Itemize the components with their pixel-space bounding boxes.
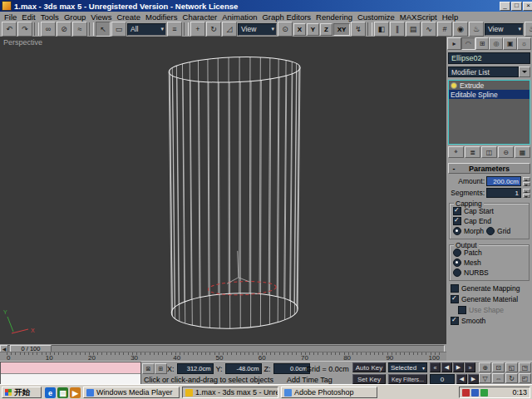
- quicklaunch-media-icon[interactable]: ▶: [70, 387, 81, 398]
- viewport-label[interactable]: Perspective: [3, 38, 42, 47]
- start-button[interactable]: 开始: [2, 387, 42, 398]
- menu-customize[interactable]: Customize: [355, 12, 397, 22]
- generate-material-checkbox[interactable]: [451, 295, 459, 303]
- render-type-dropdown[interactable]: View▾: [485, 23, 524, 36]
- select-and-manipulate-icon[interactable]: ↯: [351, 22, 366, 37]
- patch-radio[interactable]: [453, 249, 461, 257]
- select-and-link-icon[interactable]: ∞: [41, 22, 56, 37]
- selection-region-icon[interactable]: ▭: [111, 22, 126, 37]
- zoom-extents-icon[interactable]: ◱: [505, 362, 518, 372]
- quicklaunch-ie-icon[interactable]: e: [45, 387, 56, 398]
- tab-motion[interactable]: ◎: [489, 37, 503, 50]
- y-coordinate-field[interactable]: -48.0cm: [225, 363, 262, 374]
- curve-editor-icon[interactable]: ∿: [421, 22, 436, 37]
- zoom-icon[interactable]: ⊕: [479, 362, 491, 372]
- modifier-stack[interactable]: ExtrudeEditable Spline: [448, 80, 530, 145]
- selection-filter-dropdown[interactable]: All▾: [127, 23, 166, 36]
- tray-icon-red[interactable]: [462, 389, 470, 397]
- arc-rotate-icon[interactable]: ↻: [505, 373, 518, 383]
- smooth-checkbox[interactable]: [451, 317, 459, 325]
- close-button[interactable]: ×: [523, 2, 532, 11]
- reference-coordinate-dropdown[interactable]: View▾: [238, 23, 277, 36]
- play-icon[interactable]: ▶: [453, 362, 464, 372]
- tray-icon-green[interactable]: [480, 389, 488, 397]
- segments-field[interactable]: 1: [486, 188, 521, 198]
- tab-hierarchy[interactable]: ⊞: [475, 37, 490, 50]
- lock-selection-icon[interactable]: ⊠: [142, 363, 155, 374]
- cap-end-checkbox[interactable]: [453, 217, 461, 225]
- remove-modifier-icon[interactable]: ⊖: [498, 146, 514, 158]
- y-constraint-button[interactable]: Y: [307, 23, 319, 36]
- mirror-icon[interactable]: ◧: [374, 22, 389, 37]
- nurbs-radio[interactable]: [453, 268, 461, 277]
- menu-create[interactable]: Create: [114, 12, 143, 22]
- pan-icon[interactable]: ⇔: [492, 373, 505, 383]
- minimize-button[interactable]: _: [500, 2, 510, 11]
- modifier-list-arrow-icon[interactable]: [519, 66, 530, 77]
- xy-constraint-button[interactable]: XY: [333, 23, 350, 36]
- menu-tools[interactable]: Tools: [38, 12, 62, 22]
- unlink-selection-icon[interactable]: ⊘: [57, 22, 71, 37]
- use-pivot-center-icon[interactable]: ⊙: [278, 22, 293, 37]
- bind-to-space-warp-icon[interactable]: ≈: [72, 22, 87, 37]
- menu-maxscript[interactable]: MAXScript: [397, 12, 440, 22]
- layer-manager-icon[interactable]: ▤: [406, 22, 421, 37]
- select-by-name-icon[interactable]: ≡: [167, 22, 182, 37]
- previous-key-icon[interactable]: ◀: [456, 374, 467, 384]
- schematic-view-icon[interactable]: #: [437, 22, 452, 37]
- menu-views[interactable]: Views: [88, 12, 114, 22]
- stack-item-extrude[interactable]: Extrude: [449, 81, 530, 90]
- amount-field[interactable]: 200.0cm: [486, 176, 521, 186]
- show-end-result-icon[interactable]: ≣: [465, 146, 480, 158]
- select-and-rotate-icon[interactable]: ↻: [206, 22, 221, 37]
- tab-utilities[interactable]: ☼: [517, 37, 531, 50]
- absolute-offset-mode-icon[interactable]: ⊞: [155, 363, 167, 374]
- menu-graph-editors[interactable]: Graph Editors: [259, 12, 313, 22]
- configure-button-sets-icon[interactable]: ▦: [515, 146, 530, 158]
- modifier-list-dropdown[interactable]: Modifier List: [448, 66, 530, 77]
- set-key-button[interactable]: Set Key: [352, 374, 386, 384]
- menu-help[interactable]: Help: [440, 12, 461, 22]
- listener-macro-row[interactable]: [1, 362, 140, 374]
- go-to-start-icon[interactable]: «: [430, 362, 441, 372]
- x-constraint-button[interactable]: X: [293, 23, 306, 36]
- menu-edit[interactable]: Edit: [19, 12, 37, 22]
- modifier-bulb-icon[interactable]: [451, 82, 457, 89]
- z-constraint-button[interactable]: Z: [320, 23, 332, 36]
- generate-mapping-checkbox[interactable]: [451, 284, 459, 293]
- previous-frame-icon[interactable]: ◀: [441, 362, 452, 372]
- key-filters-button[interactable]: Key Filters...: [388, 374, 427, 384]
- add-time-tag[interactable]: Add Time Tag: [287, 376, 332, 384]
- render-scene-icon[interactable]: ♨: [469, 22, 484, 37]
- auto-key-button[interactable]: Auto Key: [352, 362, 386, 372]
- menu-group[interactable]: Group: [62, 12, 88, 22]
- listener-script-row[interactable]: [1, 374, 140, 384]
- menu-modifiers[interactable]: Modifiers: [143, 12, 180, 22]
- key-selection-dropdown[interactable]: Selected ▾: [388, 362, 427, 372]
- menu-file[interactable]: File: [2, 12, 19, 22]
- next-key-icon[interactable]: ▶: [468, 374, 479, 384]
- select-object-icon[interactable]: ↖: [96, 22, 111, 37]
- parameters-rollout-header[interactable]: - Parameters: [448, 163, 530, 174]
- z-coordinate-field[interactable]: 0.0cm: [273, 363, 310, 374]
- menu-character[interactable]: Character: [180, 12, 220, 22]
- make-unique-icon[interactable]: ◫: [481, 146, 497, 158]
- field-of-view-icon[interactable]: ▽: [479, 373, 491, 383]
- menu-rendering[interactable]: Rendering: [313, 12, 355, 22]
- maximize-button[interactable]: □: [511, 2, 522, 11]
- maxscript-mini-listener[interactable]: [0, 362, 141, 386]
- mesh-radio[interactable]: [453, 259, 461, 267]
- grid-radio[interactable]: [486, 227, 495, 235]
- morph-radio[interactable]: [453, 227, 461, 235]
- time-slider[interactable]: ◀ 0 / 100: [0, 344, 446, 352]
- select-and-scale-icon[interactable]: ◿: [222, 22, 237, 37]
- x-coordinate-field[interactable]: 312.0cm: [177, 363, 214, 374]
- redo-icon[interactable]: ↷: [17, 22, 32, 37]
- stack-item-editable-spline[interactable]: Editable Spline: [449, 90, 530, 99]
- go-to-end-icon[interactable]: »: [465, 362, 475, 372]
- pin-stack-icon[interactable]: ⌖: [448, 146, 464, 158]
- quicklaunch-desktop-icon[interactable]: ▤: [57, 387, 68, 398]
- task-3ds-max[interactable]: 1.max - 3ds max 5 - Unre...: [182, 387, 278, 398]
- zoom-extents-all-icon[interactable]: ◳: [519, 362, 531, 372]
- tab-display[interactable]: ▣: [503, 37, 517, 50]
